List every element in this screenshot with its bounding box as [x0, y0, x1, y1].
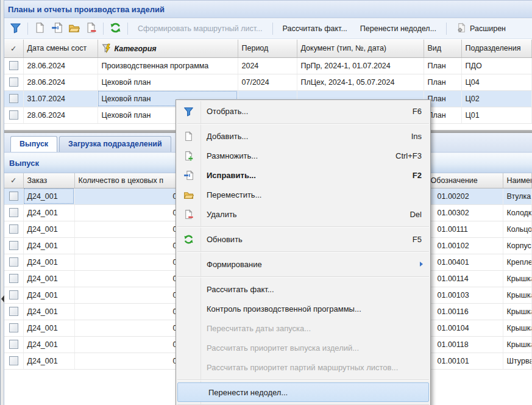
cell-date[interactable]: 28.06.2024: [23, 74, 98, 90]
cell-designation[interactable]: 01.00116: [427, 303, 503, 320]
cell-quantity[interactable]: 0: [74, 204, 181, 221]
checkbox[interactable]: [9, 307, 18, 316]
checkbox[interactable]: [9, 257, 18, 267]
cell-name[interactable]: Крышка: [503, 336, 532, 353]
row-checkbox-cell[interactable]: [4, 254, 23, 270]
menu-item-formirovanie[interactable]: Формирование: [176, 254, 430, 274]
cell-quantity[interactable]: 0: [74, 188, 181, 204]
cell-date[interactable]: 28.06.2024: [23, 57, 98, 74]
carry-over-button[interactable]: Перенести недодел...: [355, 22, 442, 35]
cell-category[interactable]: Цеховой план: [98, 74, 238, 90]
cell-designation[interactable]: 01.00111: [427, 221, 503, 237]
check-column-header[interactable]: ✓: [4, 40, 23, 57]
row-checkbox-cell[interactable]: [4, 57, 23, 74]
checkbox[interactable]: [9, 323, 18, 332]
cell-designation[interactable]: 01.00104: [427, 320, 503, 336]
menu-item-duplicate[interactable]: Размножить... Ctrl+F3: [176, 146, 430, 165]
advanced-button[interactable]: Расширен: [451, 20, 511, 37]
checkbox[interactable]: [9, 110, 18, 120]
cell-designation[interactable]: 01.00102: [427, 237, 503, 254]
checkbox[interactable]: [9, 241, 18, 250]
check-column-header[interactable]: ✓: [4, 173, 23, 188]
menu-item-calc-fact[interactable]: Рассчитать факт...: [176, 279, 430, 299]
cell-quantity[interactable]: 0: [74, 320, 181, 336]
row-checkbox-cell[interactable]: [4, 221, 23, 237]
row-checkbox-cell[interactable]: [4, 74, 23, 90]
cell-quantity[interactable]: 0: [74, 353, 181, 369]
column-header-quantity[interactable]: Количество в цеховых п: [74, 173, 181, 188]
checkbox[interactable]: [9, 356, 18, 365]
edit-button[interactable]: [49, 21, 65, 37]
column-header-date[interactable]: Дата смены сост: [23, 40, 98, 57]
cell-departments[interactable]: Ц04: [461, 74, 532, 90]
cell-departments[interactable]: Ц01: [461, 107, 532, 123]
cell-kind[interactable]: План: [424, 57, 461, 74]
menu-item-control-program[interactable]: Контроль производственной программы...: [176, 299, 430, 318]
tab-vypusk[interactable]: Выпуск: [10, 136, 57, 152]
column-header-period[interactable]: Период: [238, 40, 297, 57]
menu-item-refresh[interactable]: Обновить F5: [176, 229, 430, 249]
column-header-order[interactable]: Заказ: [23, 173, 74, 188]
column-header-category[interactable]: Категория: [98, 40, 238, 57]
cell-order[interactable]: Д24_001: [23, 336, 74, 353]
table-row[interactable]: 28.06.2024 Цеховой план 07/2024 ПлЦех, 2…: [4, 74, 532, 90]
row-checkbox-cell[interactable]: [4, 303, 23, 320]
calc-fact-button[interactable]: Рассчитать факт...: [277, 22, 353, 35]
cell-name[interactable]: Корпус: [503, 237, 532, 254]
cell-designation[interactable]: 01.00118: [427, 336, 503, 353]
cell-name[interactable]: Крепле: [503, 254, 532, 270]
cell-departments[interactable]: Ц02: [461, 90, 532, 107]
cell-document[interactable]: ПрПр, 2024-1, 01.07.2024: [297, 57, 424, 74]
cell-name[interactable]: Штурва: [503, 353, 532, 369]
row-checkbox-cell[interactable]: [4, 270, 23, 287]
table-row[interactable]: 28.06.2024 Производственная программа 20…: [4, 57, 532, 74]
cell-order[interactable]: Д24_001: [23, 287, 74, 303]
cell-name[interactable]: Крышка: [503, 320, 532, 336]
cell-quantity[interactable]: 0: [74, 270, 181, 287]
move-button[interactable]: [66, 21, 82, 37]
cell-period[interactable]: 07/2024: [238, 74, 297, 90]
checkbox[interactable]: [9, 274, 18, 283]
cell-date[interactable]: 28.06.2024: [23, 107, 98, 123]
cell-quantity[interactable]: 0: [74, 237, 181, 254]
column-header-departments[interactable]: Подразделения: [461, 40, 532, 57]
cell-order[interactable]: Д24_001: [23, 320, 74, 336]
checkbox[interactable]: [9, 224, 18, 234]
column-header-name[interactable]: Наимен: [503, 173, 532, 188]
cell-name[interactable]: Крышка: [503, 270, 532, 287]
cell-quantity[interactable]: 0: [74, 336, 181, 353]
cell-designation[interactable]: 01.00302: [427, 204, 503, 221]
cell-departments[interactable]: ПДО: [461, 57, 532, 74]
checkbox[interactable]: [9, 77, 18, 87]
menu-item-filter[interactable]: Отобрать... F6: [176, 101, 430, 121]
cell-order[interactable]: Д24_001: [23, 221, 74, 237]
filter-button[interactable]: [8, 21, 23, 37]
cell-name[interactable]: Втулка: [503, 188, 532, 204]
cell-quantity[interactable]: 0: [74, 303, 181, 320]
delete-button[interactable]: [83, 21, 99, 37]
cell-order-focused[interactable]: Д24_001: [23, 188, 74, 204]
menu-item-move[interactable]: Переместить...: [176, 185, 430, 204]
row-checkbox-cell[interactable]: [4, 336, 23, 353]
cell-designation[interactable]: 01.00103: [427, 287, 503, 303]
row-checkbox-cell[interactable]: [4, 320, 23, 336]
checkbox[interactable]: [9, 208, 18, 217]
cell-name[interactable]: Кольцо: [503, 221, 532, 237]
cell-quantity[interactable]: 0: [74, 254, 181, 270]
row-checkbox-cell[interactable]: [4, 287, 23, 303]
cell-designation[interactable]: 01.00101: [427, 353, 503, 369]
checkbox[interactable]: [9, 94, 18, 103]
cell-order[interactable]: Д24_001: [23, 270, 74, 287]
row-checkbox-cell[interactable]: [4, 188, 23, 204]
column-header-document[interactable]: Документ (тип, №, дата): [297, 40, 424, 57]
row-checkbox-cell[interactable]: [4, 107, 23, 123]
menu-item-carry-over-highlighted[interactable]: Перенести недодел...: [177, 382, 429, 402]
row-checkbox-cell[interactable]: [4, 204, 23, 221]
checkbox[interactable]: [9, 290, 18, 299]
cell-date[interactable]: 31.07.2024: [23, 90, 98, 107]
cell-designation[interactable]: 01.00202: [427, 188, 503, 204]
checkbox[interactable]: [9, 340, 18, 349]
cell-quantity[interactable]: 0: [74, 287, 181, 303]
cell-designation[interactable]: 01.00114: [427, 270, 503, 287]
cell-designation[interactable]: 01.00401: [427, 254, 503, 270]
